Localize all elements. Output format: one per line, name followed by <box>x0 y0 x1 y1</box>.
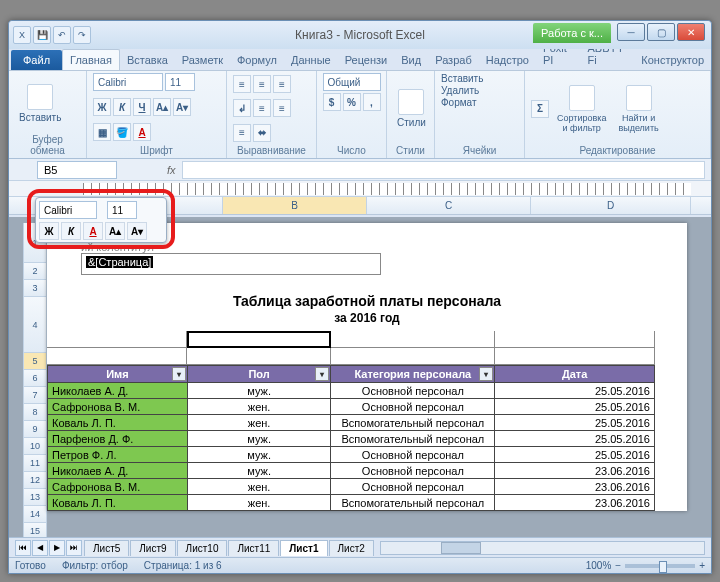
merge-button[interactable]: ⬌ <box>253 124 271 142</box>
autosum-button[interactable]: Σ <box>531 100 549 118</box>
sheet-tab[interactable]: Лист10 <box>177 540 228 556</box>
table-row[interactable]: Сафронова В. М.жен.Основной персонал23.0… <box>48 479 655 495</box>
delete-cells-button[interactable]: Удалить <box>441 85 479 96</box>
currency-button[interactable]: $ <box>323 93 341 111</box>
table-row[interactable]: Коваль Л. П.жен.Вспомогательный персонал… <box>48 415 655 431</box>
table-row[interactable]: Сафронова В. М.жен.Основной персонал25.0… <box>48 399 655 415</box>
maximize-button[interactable]: ▢ <box>647 23 675 41</box>
tab-formulas[interactable]: Формул <box>230 50 284 70</box>
mini-italic-button[interactable]: К <box>61 222 81 240</box>
comma-button[interactable]: , <box>363 93 381 111</box>
zoom-out-button[interactable]: − <box>615 560 621 571</box>
percent-button[interactable]: % <box>343 93 361 111</box>
active-cell-b5[interactable] <box>187 331 331 348</box>
th-name[interactable]: Имя▾ <box>48 366 188 383</box>
tab-data[interactable]: Данные <box>284 50 338 70</box>
filter-dropdown-icon[interactable]: ▾ <box>315 367 329 381</box>
tab-nav-next[interactable]: ▶ <box>49 540 65 556</box>
mini-shrink-font-button[interactable]: A▾ <box>127 222 147 240</box>
align-center-button[interactable]: ≡ <box>273 99 291 117</box>
mini-font-name[interactable]: Calibri <box>39 201 97 219</box>
qat-undo-icon[interactable]: ↶ <box>53 26 71 44</box>
horizontal-scrollbar[interactable] <box>380 541 705 555</box>
filter-dropdown-icon[interactable]: ▾ <box>479 367 493 381</box>
tab-nav-last[interactable]: ⏭ <box>66 540 82 556</box>
row-header[interactable]: 2 <box>23 263 47 280</box>
table-row[interactable]: Николаев А. Д.муж.Основной персонал23.06… <box>48 463 655 479</box>
align-right-button[interactable]: ≡ <box>233 124 251 142</box>
minimize-button[interactable]: ─ <box>617 23 645 41</box>
mini-bold-button[interactable]: Ж <box>39 222 59 240</box>
formula-bar[interactable] <box>182 161 705 179</box>
header-footer-box[interactable]: &[Страница] <box>81 253 381 275</box>
sort-filter-button[interactable]: Сортировка и фильтр <box>553 83 610 135</box>
col-header-d[interactable]: D <box>531 197 691 214</box>
tab-home[interactable]: Главная <box>62 49 120 70</box>
tab-review[interactable]: Рецензи <box>338 50 395 70</box>
zoom-in-button[interactable]: + <box>699 560 705 571</box>
row-header[interactable]: 9 <box>23 421 47 438</box>
shrink-font-button[interactable]: A▾ <box>173 98 191 116</box>
border-button[interactable]: ▦ <box>93 123 111 141</box>
sheet-tab[interactable]: Лист5 <box>84 540 129 556</box>
format-cells-button[interactable]: Формат <box>441 97 477 108</box>
row-header[interactable]: 4 <box>23 297 47 353</box>
row-header[interactable]: 14 <box>23 506 47 523</box>
tab-nav-prev[interactable]: ◀ <box>32 540 48 556</box>
insert-cells-button[interactable]: Вставить <box>441 73 483 84</box>
contextual-tab[interactable]: Работа с к... <box>533 23 611 43</box>
number-format-select[interactable]: Общий <box>323 73 381 91</box>
mini-grow-font-button[interactable]: A▴ <box>105 222 125 240</box>
sheet-tab[interactable]: Лист1 <box>280 540 327 556</box>
font-color-button[interactable]: A <box>133 123 151 141</box>
tab-developer[interactable]: Разраб <box>428 50 479 70</box>
row-header[interactable]: 6 <box>23 370 47 387</box>
qat-save-icon[interactable]: 💾 <box>33 26 51 44</box>
styles-button[interactable]: Стили <box>393 87 430 130</box>
align-bottom-button[interactable]: ≡ <box>273 75 291 93</box>
row-header[interactable]: 5 <box>23 353 47 370</box>
align-top-button[interactable]: ≡ <box>233 75 251 93</box>
font-name-select[interactable]: Calibri <box>93 73 163 91</box>
row-header[interactable]: 7 <box>23 387 47 404</box>
mini-font-size[interactable]: 11 <box>107 201 137 219</box>
sheet-tab[interactable]: Лист2 <box>329 540 374 556</box>
close-button[interactable]: ✕ <box>677 23 705 41</box>
tab-insert[interactable]: Вставка <box>120 50 175 70</box>
row-header[interactable]: 10 <box>23 438 47 455</box>
row-header[interactable]: 11 <box>23 455 47 472</box>
zoom-level[interactable]: 100% <box>586 560 612 571</box>
th-date[interactable]: Дата <box>495 366 655 383</box>
wrap-text-button[interactable]: ↲ <box>233 99 251 117</box>
tab-view[interactable]: Вид <box>394 50 428 70</box>
col-header-b[interactable]: B <box>223 197 367 214</box>
worksheet-area[interactable]: 123456789101112131415 ий колонтитул &[Ст… <box>9 217 711 549</box>
sheet-tab[interactable]: Лист9 <box>130 540 175 556</box>
mini-font-color-button[interactable]: A <box>83 222 103 240</box>
find-select-button[interactable]: Найти и выделить <box>614 83 662 135</box>
zoom-slider[interactable] <box>625 564 695 568</box>
tab-layout[interactable]: Разметк <box>175 50 230 70</box>
table-row[interactable]: Петров Ф. Л.муж.Основной персонал25.05.2… <box>48 447 655 463</box>
table-row[interactable]: Коваль Л. П.жен.Вспомогательный персонал… <box>48 495 655 511</box>
tab-addins[interactable]: Надстро <box>479 50 536 70</box>
col-header-c[interactable]: C <box>367 197 531 214</box>
fill-color-button[interactable]: 🪣 <box>113 123 131 141</box>
row-header[interactable]: 3 <box>23 280 47 297</box>
th-gender[interactable]: Пол▾ <box>187 366 331 383</box>
bold-button[interactable]: Ж <box>93 98 111 116</box>
row-header[interactable]: 13 <box>23 489 47 506</box>
align-middle-button[interactable]: ≡ <box>253 75 271 93</box>
name-box[interactable]: B5 <box>37 161 117 179</box>
file-tab[interactable]: Файл <box>11 50 62 70</box>
sheet-tab[interactable]: Лист11 <box>228 540 279 556</box>
qat-redo-icon[interactable]: ↷ <box>73 26 91 44</box>
fx-label[interactable]: fx <box>167 164 176 176</box>
underline-button[interactable]: Ч <box>133 98 151 116</box>
tab-design[interactable]: Конструктор <box>634 50 711 70</box>
row-header[interactable]: 8 <box>23 404 47 421</box>
font-size-select[interactable]: 11 <box>165 73 195 91</box>
table-row[interactable]: Николаев А. Д.муж.Основной персонал25.05… <box>48 383 655 399</box>
th-category[interactable]: Категория персонала▾ <box>331 366 495 383</box>
align-left-button[interactable]: ≡ <box>253 99 271 117</box>
